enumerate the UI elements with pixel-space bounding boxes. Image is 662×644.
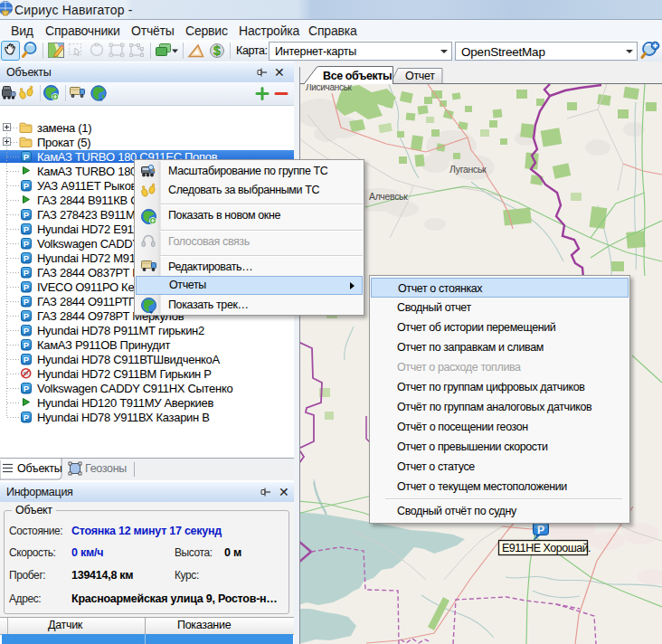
svg-text:$: $: [213, 43, 221, 58]
svg-text:Лисичанськ: Лисичанськ: [306, 84, 353, 92]
svg-text:P: P: [537, 524, 544, 536]
svg-text:Отчет: Отчет: [405, 70, 435, 82]
svg-text:Луганськ: Луганськ: [449, 164, 487, 175]
svg-text:Геозоны: Геозоны: [85, 462, 127, 475]
svg-text:Все объекты: Все объекты: [323, 70, 392, 82]
svg-text:Е911НЕ Хорошай.: Е911НЕ Хорошай.: [502, 542, 591, 554]
svg-text:Объекты: Объекты: [17, 462, 62, 475]
svg-text:Алчевськ: Алчевськ: [369, 191, 408, 202]
